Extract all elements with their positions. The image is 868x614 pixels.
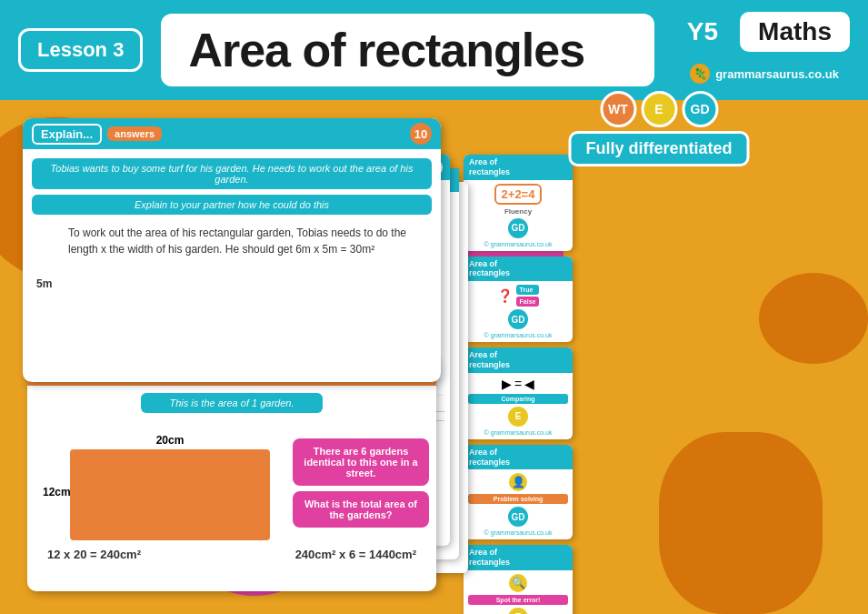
ws-left-col: Area ofrectangles 2+2=4 Fluency GD © gra… [464,155,573,614]
ws-card-title-2: Area ofrectangles [469,259,510,279]
garden-rect-large [70,449,270,540]
slide-1-content-row: 5m To work out the area of his rectangul… [32,225,432,343]
label-5m: 5m [36,277,52,290]
equals-icon: = [514,377,522,391]
website-label: grammarsaurus.co.uk [715,67,839,81]
math-badge-1: 2+2=4 [494,184,543,205]
right-header: Y5 Maths 🦎 grammarsaurus.co.uk [673,12,850,88]
less-than-icon: ◀ [524,377,534,391]
ws-card-comparing: Area ofrectangles ▶ = ◀ Comparing E © gr… [464,347,573,439]
ws-card-title-3: Area ofrectangles [469,350,510,370]
false-btn[interactable]: False [516,297,540,307]
ws-card-truefalse: Area ofrectangles ❓ True False GD © gram… [464,257,573,343]
ws-card-fluency-gd-body: 2+2=4 Fluency GD © grammarsaurus.co.uk [464,180,573,251]
ws-card-title-4: Area ofrectangles [469,448,510,468]
ws-card-title-5: Area ofrectangles [469,548,510,568]
teal-bar-1: Tobias wants to buy some turf for his ga… [32,158,432,189]
site-label-3: © grammarsaurus.co.uk [484,429,553,436]
formula-text: 12 x 20 = 240cm² [47,548,141,561]
gd-badge: GD [682,91,718,127]
compare-symbols: ▶ = ◀ [502,377,534,391]
site-label-4: © grammarsaurus.co.uk [484,529,553,536]
right-panel-wrapper: WT E GD Fully differentiated Area ofrect… [464,118,854,605]
e-circle-2: E [508,608,528,614]
content-area: Explain... answers 10 Tobias wants to bu… [0,109,868,614]
site-label-1: © grammarsaurus.co.uk [484,241,553,247]
greater-than-icon: ▶ [502,377,512,391]
gd-circle-1: GD [508,218,528,238]
diff-badge-area: WT E GD Fully differentiated [568,91,749,166]
problem-solving-btn: Problem solving [468,494,568,504]
label-20cm: 20cm [70,434,270,447]
page-title: Area of rectangles [188,23,626,77]
wt-e-gd-row: WT E GD [600,91,718,127]
comparing-btn: Comparing [468,394,568,404]
gd-circle-3: GD [508,507,528,527]
e-circle-1: E [508,407,528,427]
gd-circle-2: GD [508,309,528,329]
answers-button-1[interactable]: answers [107,126,162,141]
person-icon: 👤 [509,473,527,491]
teal-bar-2: Explain to your partner how he could do … [32,195,432,215]
slide-2: answers 8 This is the area of 1 garden. … [27,355,436,591]
ws-card-spot-error: Area ofrectangles 🔍 Spot the error! E © … [464,545,573,614]
ws-card-comparing-header: Area ofrectangles [464,347,573,373]
ws-card-spot-header: Area ofrectangles [464,545,573,570]
lesson-label: Lesson 3 [37,38,124,61]
ws-card-fluency-gd: Area ofrectangles 2+2=4 Fluency GD © gra… [464,155,573,251]
pink-btn-2[interactable]: What is the total area of the gardens? [293,491,429,528]
website-badge: 🦎 grammarsaurus.co.uk [679,59,850,88]
label-12cm: 12cm [43,486,71,498]
teal-bar-slide2: This is the area of 1 garden. [141,393,323,413]
ws-card-comparing-body: ▶ = ◀ Comparing E © grammarsaurus.co.uk [464,373,573,439]
year-maths-row: Y5 Maths [673,12,850,52]
true-false-row: ❓ True False [497,285,540,307]
explain-button[interactable]: Explain... [32,124,102,145]
slide-1-text: To work out the area of his rectangular … [68,225,432,343]
ws-card-title-1: Area ofrectangles [469,157,510,177]
ws-card-ps-header: Area ofrectangles [464,445,573,470]
slide-1: Explain... answers 10 Tobias wants to bu… [23,118,441,382]
wt-badge: WT [600,91,636,127]
slide-1-body: Tobias wants to buy some turf for his ga… [23,149,441,352]
gecko-icon: 🦎 [690,64,710,84]
ws-card-truefalse-body: ❓ True False GD © grammarsaurus.co.uk [464,281,573,342]
fluency-label-1: Fluency [504,207,532,216]
ws-card-problem-solving: Area ofrectangles 👤 Problem solving GD ©… [464,445,573,540]
e-badge: E [641,91,677,127]
lesson-badge: Lesson 3 [18,28,143,72]
ws-card-spot-body: 🔍 Spot the error! E © grammarsaurus.co.u… [464,570,573,614]
spot-error-btn: Spot the error! [468,595,568,605]
ws-card-truefalse-header: Area ofrectangles [464,257,573,282]
true-btn[interactable]: True [516,285,540,295]
question-mark-icon: ❓ [497,288,513,303]
header-bar: Lesson 3 Area of rectangles Y5 Maths 🦎 g… [0,0,868,100]
site-label-2: © grammarsaurus.co.uk [484,332,553,338]
slide-1-header: Explain... answers 10 [23,118,441,149]
maths-badge: Maths [740,12,850,52]
ws-card-fluency-gd-header: Area ofrectangles [464,155,573,180]
slide-number-1: 10 [410,123,432,145]
ws-card-ps-body: 👤 Problem solving GD © grammarsaurus.co.… [464,469,573,539]
pink-btn-1[interactable]: There are 6 gardens identical to this on… [293,438,429,486]
fully-differentiated-badge: Fully differentiated [568,131,749,166]
year-badge: Y5 [673,12,733,52]
magnifier-icon: 🔍 [509,574,527,592]
formula-result: 240cm² x 6 = 1440cm² [295,548,416,561]
slides-panel: Explain... answers 10 Tobias wants to bu… [14,118,450,605]
title-area: Area of rectangles [161,14,653,86]
